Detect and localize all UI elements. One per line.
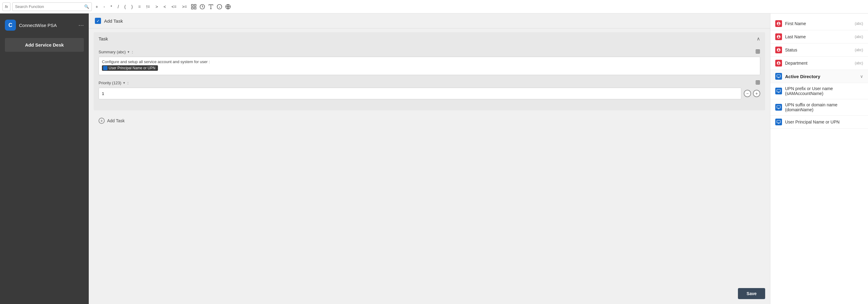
toolbar-icon-group [191,4,231,10]
rp-item-department[interactable]: Department (abc) [770,57,868,70]
svg-rect-12 [756,50,760,53]
svg-rect-24 [777,106,780,108]
op-gte[interactable]: >= [181,4,188,10]
priority-field-row: Priority (123) ▼ : [98,80,760,99]
main-layout: C ConnectWise PSA ⋯ Add Service Desk ✓ A… [0,13,868,304]
task-section-header[interactable]: Task ∧ [94,32,765,45]
priority-field-label-row: Priority (123) ▼ : [98,80,760,86]
cw-icon-first-name [775,20,782,27]
toolbar: fx 🔍 + - * / ( ) = != > < <= >= [0,0,868,13]
op-minus[interactable]: - [102,4,106,10]
priority-label: Priority (123) [98,81,121,85]
summary-text: Configure and setup all service account … [102,59,757,64]
toolbar-operators: + - * / ( ) = != > < <= >= [94,4,188,10]
summary-field-row: Summary (abc) ▼ : [98,49,760,75]
right-panel: First Name (abc) Last Name (abc) Status … [770,13,868,304]
summary-field-label-row: Summary (abc) ▼ : [98,49,760,55]
summary-input-area[interactable]: Configure and setup all service account … [98,57,760,75]
rp-item-upn-full[interactable]: User Principal Name or UPN [770,115,868,129]
ad-section-header-left: Active Directory [775,73,820,80]
grid-icon[interactable] [191,4,197,10]
rp-last-name-label: Last Name [785,34,850,39]
rp-upn-prefix-label: UPN prefix or User name (sAMAccountName) [785,86,863,96]
rp-department-type: (abc) [855,61,863,65]
search-container: 🔍 [12,2,92,11]
op-open-paren[interactable]: ( [123,4,127,10]
fx-button[interactable]: fx [2,2,10,11]
content-area: ✓ Add Task Task ∧ Summary (abc) ▼ : [89,13,770,304]
add-task-header: ✓ Add Task [89,13,770,28]
op-close-paren[interactable]: ) [130,4,134,10]
rp-item-status[interactable]: Status (abc) [770,44,868,57]
upn-chip-label: User Principal Name or UPN [108,66,155,70]
task-section-title: Task [98,36,108,42]
rp-item-upn-suffix[interactable]: UPN suffix or domain name (domainName) [770,99,868,115]
add-task-circle-icon: + [98,118,105,124]
rp-item-first-name[interactable]: First Name (abc) [770,17,868,30]
rp-status-type: (abc) [855,48,863,52]
rp-upn-suffix-label: UPN suffix or domain name (domainName) [785,102,863,112]
op-lte[interactable]: <= [170,4,178,10]
priority-controls: − + [744,90,760,97]
summary-label: Summary (abc) [98,50,126,54]
op-greater[interactable]: > [154,4,159,10]
info-icon[interactable] [216,4,222,10]
task-section: Task ∧ Summary (abc) ▼ : [94,32,765,110]
rp-item-upn-prefix[interactable]: UPN prefix or User name (sAMAccountName) [770,83,868,99]
cw-icon-status [775,47,782,53]
rp-first-name-type: (abc) [855,22,863,26]
op-equals[interactable]: = [137,4,142,10]
priority-dropdown-arrow: ▼ [122,81,125,85]
cw-icon-last-name [775,33,782,40]
op-less[interactable]: < [162,4,167,10]
priority-input-row: − + [98,88,760,99]
priority-input[interactable] [98,88,741,99]
task-section-body: Summary (abc) ▼ : [94,45,765,110]
summary-table-icon[interactable] [755,49,760,55]
add-task-checkbox[interactable]: ✓ [95,18,101,24]
sidebar-title: ConnectWise PSA [19,23,57,28]
add-task-header-label: Add Task [104,18,123,24]
globe-icon[interactable] [225,4,231,10]
priority-label-dropdown[interactable]: Priority (123) ▼ [98,81,125,85]
op-plus[interactable]: + [94,4,99,10]
svg-rect-25 [777,120,780,123]
priority-colon: : [127,81,128,85]
text-icon[interactable] [208,4,214,10]
op-not-equals[interactable]: != [145,4,151,10]
op-divide[interactable]: / [116,4,120,10]
rp-first-name-label: First Name [785,21,850,26]
sidebar-more-button[interactable]: ⋯ [79,22,84,28]
search-input[interactable] [15,4,83,9]
svg-rect-1 [194,4,196,6]
search-icon: 🔍 [84,4,89,9]
ad-icon-upn-suffix [775,104,782,111]
task-section-chevron: ∧ [756,36,760,42]
priority-increment-button[interactable]: + [753,90,760,97]
clock-icon[interactable] [199,4,205,10]
sidebar: C ConnectWise PSA ⋯ Add Service Desk [0,13,89,304]
summary-colon: : [132,50,133,54]
ad-section-chevron: ∨ [860,74,863,79]
add-service-desk-button[interactable]: Add Service Desk [5,38,84,52]
active-directory-section-header[interactable]: Active Directory ∨ [770,70,868,83]
rp-item-last-name[interactable]: Last Name (abc) [770,30,868,44]
ad-icon-upn-full [775,118,782,125]
priority-decrement-button[interactable]: − [744,90,751,97]
rp-status-label: Status [785,48,850,52]
svg-rect-0 [192,4,193,6]
priority-table-icon[interactable] [755,80,760,86]
rp-upn-full-label: User Principal Name or UPN [785,119,863,125]
save-area: Save [89,283,770,304]
ad-section-icon [775,73,782,80]
save-button[interactable]: Save [738,288,765,299]
add-task-link[interactable]: + Add Task [94,114,765,128]
svg-rect-23 [777,89,780,92]
svg-rect-2 [192,7,193,9]
ad-icon-upn-prefix [775,88,782,94]
sidebar-logo: C [5,20,16,31]
op-multiply[interactable]: * [109,4,113,10]
summary-label-dropdown[interactable]: Summary (abc) ▼ [98,50,130,54]
upn-chip: User Principal Name or UPN [102,65,158,71]
active-directory-label: Active Directory [785,74,820,79]
